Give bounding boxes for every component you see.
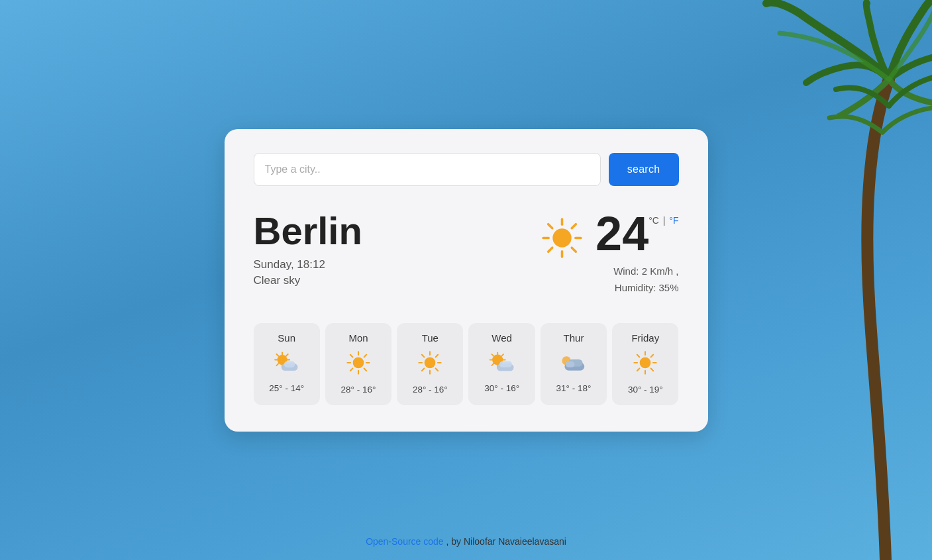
celsius-unit: °C [648,215,659,226]
temperature-section: 24 °C | °F Wind: 2 Km/h , Humidity: 35% [595,210,678,297]
forecast-day-mon: Mon 28° - 16° [325,323,391,405]
day-icon-thu [558,350,589,377]
day-label-wed: Wed [492,332,512,344]
weather-card: search Berlin Sunday, 18:12 Clear sky [225,129,708,432]
svg-line-46 [492,363,493,365]
weather-condition: Clear sky [254,274,362,287]
svg-line-37 [422,368,425,371]
forecast-day-thu: Thur 31° - 18° [541,323,607,405]
svg-line-28 [350,368,353,371]
day-temps-fri: 30° - 19° [628,385,663,395]
svg-line-34 [422,354,425,357]
day-label-mon: Mon [348,332,368,344]
forecast-day-tue: Tue 28° - 16° [397,323,463,405]
svg-line-17 [276,363,278,365]
forecast-section: Sun [254,323,679,405]
svg-line-59 [651,368,654,371]
svg-point-0 [552,228,571,247]
temperature-value: 24 [595,210,648,257]
open-source-link[interactable]: Open-Source code [366,536,444,547]
svg-line-16 [286,353,288,355]
svg-rect-52 [566,361,575,367]
unit-selector: °C | °F [648,215,678,226]
date-time: Sunday, 18:12 [254,258,362,271]
svg-point-20 [353,357,364,368]
svg-line-58 [637,354,640,357]
svg-line-6 [572,248,576,252]
day-temps-thu: 31° - 18° [556,383,592,393]
svg-rect-48 [499,361,512,367]
search-row: search [254,153,679,186]
svg-line-27 [364,354,367,357]
city-info: Berlin Sunday, 18:12 Clear sky [254,210,362,288]
day-icon-tue [417,350,442,378]
svg-line-60 [651,354,654,357]
svg-rect-19 [284,361,295,367]
wind-info: Wind: 2 Km/h , Humidity: 35% [613,263,678,297]
svg-point-53 [640,357,651,368]
footer: Open-Source code , by Niloofar Navaieela… [0,536,932,547]
day-icon-sun [272,350,301,377]
wind-speed: Wind: 2 Km/h , [613,263,678,280]
forecast-day-wed: Wed [468,323,535,405]
current-weather-icon [541,216,584,262]
temp-weather-section: 24 °C | °F Wind: 2 Km/h , Humidity: 35% [541,210,678,297]
day-label-fri: Friday [631,332,659,344]
svg-line-35 [436,368,439,371]
svg-line-61 [637,368,640,371]
day-icon-wed [487,350,517,377]
svg-line-26 [364,368,367,371]
svg-line-5 [548,224,552,228]
search-button[interactable]: search [609,153,679,186]
forecast-day-sun: Sun [254,323,320,405]
svg-point-29 [425,357,436,368]
day-temps-tue: 28° - 16° [413,385,448,395]
temperature-unit: °C | °F [648,210,678,226]
footer-author: , by Niloofar Navaieelavasani [444,536,566,547]
day-temps-sun: 25° - 14° [269,383,304,393]
svg-line-14 [276,353,278,355]
svg-line-36 [436,354,439,357]
day-icon-mon [346,350,371,378]
day-label-tue: Tue [422,332,439,344]
forecast-day-fri: Friday 30° - 19° [612,323,678,405]
svg-line-43 [492,354,493,356]
svg-line-7 [572,224,576,228]
unit-divider: | [663,215,668,226]
fahrenheit-unit[interactable]: °F [669,215,678,226]
current-weather-section: Berlin Sunday, 18:12 Clear sky [254,210,679,297]
day-label-thu: Thur [564,332,584,344]
palm-tree-decoration [760,0,932,560]
day-icon-fri [633,350,658,378]
svg-line-25 [350,354,353,357]
svg-line-8 [548,248,552,252]
svg-line-45 [501,354,503,356]
city-name: Berlin [254,210,362,252]
day-temps-wed: 30° - 16° [484,383,519,393]
humidity: Humidity: 35% [613,279,678,297]
day-label-sun: Sun [278,332,295,344]
day-temps-mon: 28° - 16° [341,385,376,395]
city-search-input[interactable] [254,153,601,186]
